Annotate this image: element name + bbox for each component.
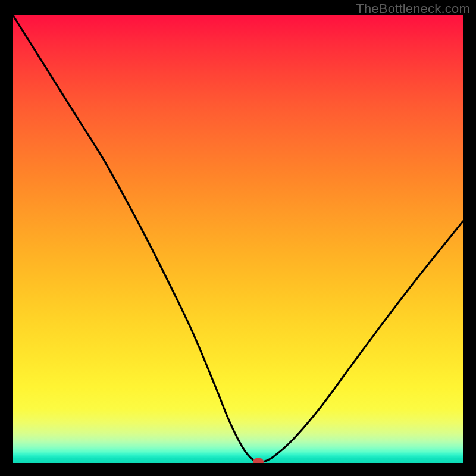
curve-svg	[13, 15, 463, 463]
bottleneck-curve	[13, 15, 463, 462]
plot-area	[13, 15, 463, 463]
min-marker	[253, 458, 264, 463]
watermark-text: TheBottleneck.com	[356, 1, 470, 17]
chart-frame: TheBottleneck.com	[0, 0, 476, 476]
